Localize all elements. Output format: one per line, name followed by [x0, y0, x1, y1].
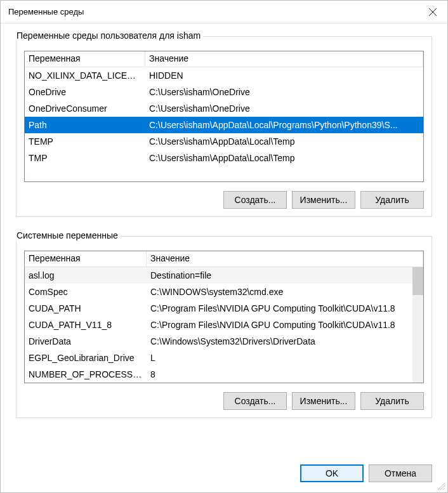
var-name-cell: OneDrive	[25, 87, 145, 97]
user-vars-headers: Переменная Значение	[25, 51, 423, 67]
ok-button[interactable]: OK	[300, 464, 364, 482]
var-value-cell: C:\Windows\System32\Drivers\DriverData	[147, 336, 423, 346]
var-value-cell: C:\Users\isham\OneDrive	[145, 87, 423, 97]
var-name-cell: TMP	[25, 153, 145, 163]
var-value-cell: 8	[147, 369, 423, 379]
sys-new-button[interactable]: Создать...	[223, 392, 287, 410]
user-vars-legend: Переменные среды пользователя для isham	[15, 30, 203, 41]
var-name-cell: EGPL_GeoLibrarian_Drive	[25, 353, 147, 363]
system-vars-list[interactable]: Переменная Значение asl.logDestination=f…	[24, 251, 424, 383]
var-value-cell: HIDDEN	[145, 70, 423, 81]
user-vars-group: Переменные среды пользователя для isham …	[16, 36, 432, 217]
var-name-cell: CUDA_PATH_V11_8	[25, 320, 147, 330]
sys-edit-button[interactable]: Изменить...	[292, 392, 355, 410]
svg-line-4	[443, 488, 445, 490]
dialog-footer: OK Отмена	[16, 464, 432, 482]
table-row[interactable]: CUDA_PATHC:\Program Files\NVIDIA GPU Com…	[25, 300, 423, 317]
var-value-cell: L	[147, 353, 423, 363]
user-new-button[interactable]: Создать...	[223, 191, 287, 209]
sys-delete-button[interactable]: Удалить	[360, 392, 424, 410]
var-value-cell: C:\Program Files\NVIDIA GPU Computing To…	[147, 303, 423, 313]
svg-line-3	[440, 485, 445, 490]
var-value-cell: C:\Users\isham\AppData\Local\Temp	[145, 153, 423, 163]
sys-col-value[interactable]: Значение	[147, 251, 423, 266]
var-value-cell: C:\Users\isham\AppData\Local\Temp	[145, 136, 423, 147]
system-vars-headers: Переменная Значение	[25, 251, 423, 267]
var-name-cell: NO_XILINX_DATA_LICENSE	[25, 70, 145, 81]
table-row[interactable]: NO_XILINX_DATA_LICENSEHIDDEN	[25, 67, 423, 84]
var-name-cell: TEMP	[25, 136, 145, 147]
table-row[interactable]: OneDriveC:\Users\isham\OneDrive	[25, 84, 423, 100]
table-row[interactable]: CUDA_PATH_V11_8C:\Program Files\NVIDIA G…	[25, 317, 423, 333]
resize-grip[interactable]	[436, 481, 445, 490]
table-row[interactable]: EGPL_GeoLibrarian_DriveL	[25, 350, 423, 366]
var-value-cell: C:\Users\isham\AppData\Local\Programs\Py…	[145, 120, 423, 130]
system-vars-legend: Системные переменные	[15, 230, 121, 240]
table-row[interactable]: OneDriveConsumerC:\Users\isham\OneDrive	[25, 100, 423, 117]
user-delete-button[interactable]: Удалить	[360, 191, 424, 209]
user-vars-buttons: Создать... Изменить... Удалить	[24, 191, 424, 209]
var-value-cell: Destination=file	[147, 270, 423, 280]
system-vars-buttons: Создать... Изменить... Удалить	[24, 392, 424, 410]
table-row[interactable]: ComSpecC:\WINDOWS\system32\cmd.exe	[25, 284, 423, 300]
var-name-cell: ComSpec	[25, 287, 147, 297]
user-col-variable[interactable]: Переменная	[25, 51, 145, 67]
system-vars-group: Системные переменные Переменная Значение…	[16, 236, 432, 418]
table-row[interactable]: TEMPC:\Users\isham\AppData\Local\Temp	[25, 133, 423, 150]
user-vars-rows: NO_XILINX_DATA_LICENSEHIDDENOneDriveC:\U…	[25, 67, 423, 181]
var-name-cell: OneDriveConsumer	[25, 103, 145, 114]
var-value-cell: C:\WINDOWS\system32\cmd.exe	[147, 287, 423, 297]
var-value-cell: C:\Users\isham\OneDrive	[145, 103, 423, 114]
var-name-cell: asl.log	[25, 270, 147, 280]
table-row[interactable]: PathC:\Users\isham\AppData\Local\Program…	[25, 117, 423, 133]
cancel-button[interactable]: Отмена	[369, 464, 432, 482]
user-edit-button[interactable]: Изменить...	[292, 191, 355, 209]
dialog-content: Переменные среды пользователя для isham …	[1, 23, 447, 492]
sys-col-variable[interactable]: Переменная	[25, 251, 147, 266]
var-name-cell: NUMBER_OF_PROCESSORS	[25, 369, 147, 379]
scrollbar-thumb[interactable]	[412, 267, 423, 295]
window-title: Переменные среды	[8, 7, 418, 16]
var-name-cell: CUDA_PATH	[25, 303, 147, 313]
system-vars-scrollbar[interactable]	[412, 267, 423, 383]
var-value-cell: C:\Program Files\NVIDIA GPU Computing To…	[147, 320, 423, 330]
close-button[interactable]	[418, 1, 447, 23]
var-name-cell: Path	[25, 120, 145, 130]
system-vars-rows: asl.logDestination=fileComSpecC:\WINDOWS…	[25, 267, 423, 383]
user-vars-list[interactable]: Переменная Значение NO_XILINX_DATA_LICEN…	[24, 51, 424, 182]
table-row[interactable]: TMPC:\Users\isham\AppData\Local\Temp	[25, 150, 423, 166]
resize-grip-icon	[436, 481, 445, 490]
table-row[interactable]: NUMBER_OF_PROCESSORS8	[25, 366, 423, 383]
user-col-value[interactable]: Значение	[145, 51, 423, 67]
close-icon	[429, 8, 437, 16]
env-vars-dialog: Переменные среды Переменные среды пользо…	[0, 0, 448, 493]
table-row[interactable]: asl.logDestination=file	[25, 267, 423, 284]
titlebar: Переменные среды	[1, 1, 447, 23]
var-name-cell: DriverData	[25, 336, 147, 346]
table-row[interactable]: DriverDataC:\Windows\System32\Drivers\Dr…	[25, 333, 423, 350]
